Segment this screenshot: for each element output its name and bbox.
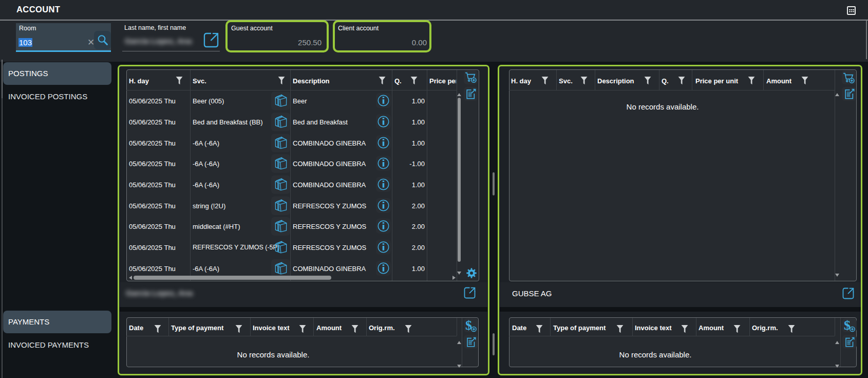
svg-text:$: $ bbox=[844, 319, 851, 333]
svg-text:$: $ bbox=[465, 319, 472, 333]
